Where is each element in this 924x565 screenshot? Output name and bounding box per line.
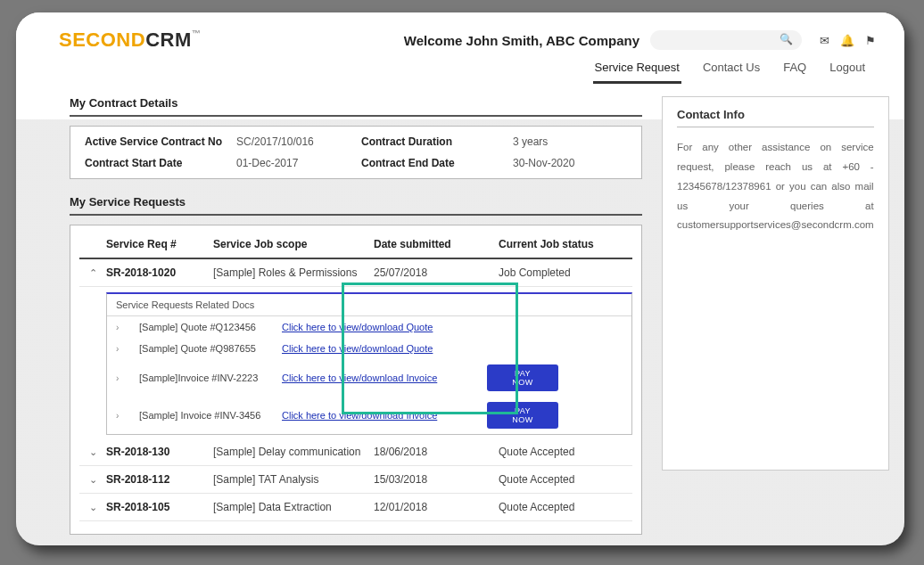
req-date: 15/03/2018 bbox=[374, 473, 499, 486]
contact-info-body: For any other assistance on service requ… bbox=[677, 138, 874, 235]
table-row: ⌃SR-2018-1020[Sample] Roles & Permission… bbox=[79, 259, 632, 287]
bell-icon[interactable]: 🔔 bbox=[840, 34, 854, 47]
search-icon[interactable]: 🔍 bbox=[780, 33, 793, 45]
req-scope: [Sample] TAT Analysis bbox=[213, 473, 374, 486]
contract-no-value: SC/2017/10/016 bbox=[236, 135, 361, 148]
req-number: SR-2018-1020 bbox=[106, 266, 213, 279]
requests-section-title: My Service Requests bbox=[70, 195, 642, 216]
col-scope: Service Job scope bbox=[213, 238, 374, 250]
nav-contact-us[interactable]: Contact Us bbox=[701, 57, 762, 84]
chevron-right-icon[interactable]: › bbox=[116, 344, 139, 354]
contract-duration-value: 3 years bbox=[513, 135, 620, 148]
req-status: Quote Accepted bbox=[499, 473, 632, 486]
contact-info-title: Contact Info bbox=[677, 108, 874, 127]
doc-name: [Sample] Quote #Q123456 bbox=[139, 322, 282, 332]
chevron-right-icon[interactable]: › bbox=[116, 411, 139, 421]
related-docs-panel: Service Requests Related Docs›[Sample] Q… bbox=[106, 292, 632, 435]
req-status: Quote Accepted bbox=[499, 501, 632, 513]
doc-download-link[interactable]: Click here to view/download Quote bbox=[282, 322, 433, 332]
req-number: SR-2018-112 bbox=[106, 473, 213, 486]
doc-name: [Sample] Quote #Q987655 bbox=[139, 343, 282, 354]
contract-section-title: My Contract Details bbox=[70, 96, 642, 117]
doc-download-link[interactable]: Click here to view/download Invoice bbox=[282, 410, 437, 421]
expand-toggle[interactable]: ⌃ bbox=[79, 267, 106, 279]
doc-row: ›[Sample] Invoice #INV-3456Click here to… bbox=[107, 397, 631, 434]
expand-toggle[interactable]: ⌄ bbox=[79, 502, 106, 513]
req-scope: [Sample] Data Extraction bbox=[213, 501, 374, 513]
mail-icon[interactable]: ✉ bbox=[820, 34, 829, 47]
req-number: SR-2018-105 bbox=[106, 501, 213, 513]
doc-row: ›[Sample]Invoice #INV-2223Click here to … bbox=[107, 359, 631, 397]
doc-row: ›[Sample] Quote #Q987655Click here to vi… bbox=[107, 338, 631, 359]
doc-row: ›[Sample] Quote #Q123456Click here to vi… bbox=[107, 316, 631, 338]
chevron-right-icon[interactable]: › bbox=[116, 323, 139, 332]
contract-start-value: 01-Dec-2017 bbox=[236, 157, 361, 169]
chevron-right-icon[interactable]: › bbox=[116, 373, 139, 383]
pay-now-button[interactable]: PAY NOW bbox=[487, 364, 558, 391]
req-number: SR-2018-130 bbox=[106, 446, 213, 458]
req-date: 18/06/2018 bbox=[374, 446, 499, 458]
contract-start-label: Contract Start Date bbox=[85, 157, 236, 169]
table-row: ⌄SR-2018-112[Sample] TAT Analysis15/03/2… bbox=[79, 466, 632, 494]
contact-info-card: Contact Info For any other assistance on… bbox=[662, 96, 889, 471]
contract-duration-label: Contract Duration bbox=[361, 135, 513, 148]
doc-name: [Sample]Invoice #INV-2223 bbox=[139, 373, 282, 383]
flag-icon[interactable]: ⚑ bbox=[865, 34, 876, 47]
welcome-text: Welcome John Smith, ABC Company bbox=[404, 33, 639, 48]
req-status: Job Completed bbox=[499, 266, 632, 279]
contract-end-label: Contract End Date bbox=[361, 157, 513, 169]
table-row: ⌄SR-2018-105[Sample] Data Extraction12/0… bbox=[79, 494, 632, 521]
col-date: Date submitted bbox=[374, 238, 499, 250]
requests-table: Service Req # Service Job scope Date sub… bbox=[70, 225, 642, 535]
related-docs-title: Service Requests Related Docs bbox=[107, 294, 631, 316]
table-row: ⌄SR-2018-130[Sample] Delay communication… bbox=[79, 438, 632, 466]
contract-no-label: Active Service Contract No bbox=[85, 135, 236, 148]
nav-faq[interactable]: FAQ bbox=[781, 57, 808, 84]
nav-service-request[interactable]: Service Request bbox=[593, 57, 681, 84]
req-date: 12/01/2018 bbox=[374, 501, 499, 513]
col-req: Service Req # bbox=[106, 238, 213, 250]
req-date: 25/07/2018 bbox=[374, 266, 499, 279]
expand-toggle[interactable]: ⌄ bbox=[79, 446, 106, 458]
contract-details-card: Active Service Contract No SC/2017/10/01… bbox=[70, 126, 642, 179]
pay-now-button[interactable]: PAY NOW bbox=[487, 402, 558, 429]
doc-name: [Sample] Invoice #INV-3456 bbox=[139, 410, 282, 421]
doc-download-link[interactable]: Click here to view/download Invoice bbox=[282, 373, 437, 383]
nav-logout[interactable]: Logout bbox=[828, 57, 867, 84]
brand-logo: SECONDCRM™ bbox=[59, 29, 201, 52]
req-scope: [Sample] Roles & Permissions bbox=[213, 266, 374, 279]
req-status: Quote Accepted bbox=[499, 446, 632, 458]
col-status: Current Job status bbox=[499, 238, 632, 250]
req-scope: [Sample] Delay communication bbox=[213, 446, 374, 458]
expand-toggle[interactable]: ⌄ bbox=[79, 474, 106, 486]
doc-download-link[interactable]: Click here to view/download Quote bbox=[282, 343, 433, 354]
contract-end-value: 30-Nov-2020 bbox=[513, 157, 620, 169]
